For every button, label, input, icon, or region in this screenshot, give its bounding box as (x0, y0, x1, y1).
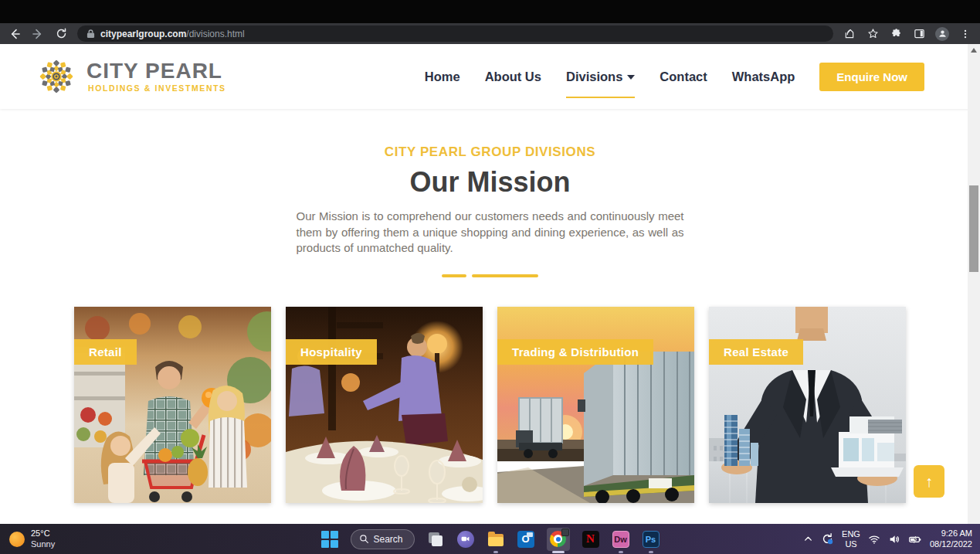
tray-date: 08/12/2022 (930, 539, 972, 550)
division-card-real-estate[interactable]: Real Estate (709, 307, 906, 503)
system-tray: ENG US 9:26 AM 08/12/2022 (803, 529, 980, 550)
bookmark-star-icon[interactable] (866, 27, 880, 41)
chrome-profile-badge (561, 529, 569, 536)
division-badge[interactable]: Trading & Distribution (497, 339, 653, 365)
language-code: ENG (842, 529, 860, 539)
enquire-now-button[interactable]: Enquire Now (819, 63, 924, 91)
page-scrollbar[interactable] (968, 44, 980, 524)
division-badge[interactable]: Retail (74, 339, 137, 365)
windows-taskbar: 25°C Sunny Search (0, 524, 980, 554)
division-card-hospitality[interactable]: Hospitality (286, 307, 483, 503)
nav-item-divisions[interactable]: Divisions (566, 62, 635, 92)
browser-menu-icon[interactable] (958, 27, 972, 41)
nav-item-whatsapp[interactable]: WhatsApp (732, 62, 795, 92)
share-icon[interactable] (843, 27, 856, 41)
lock-icon (86, 29, 95, 39)
divider-short-bar (442, 274, 466, 277)
search-label: Search (373, 534, 402, 545)
file-explorer-button[interactable] (487, 530, 505, 549)
weather-text: 25°C Sunny (31, 529, 55, 549)
sun-icon (9, 532, 25, 547)
division-card-retail[interactable]: Retail (74, 307, 271, 503)
logo-name: CITY PEARL (86, 60, 226, 82)
url-path: /divisions.html (186, 29, 244, 39)
mission-paragraph: Our Mission is to comprehend our custome… (297, 209, 684, 257)
scrollbar-up-arrow-icon[interactable] (971, 48, 977, 53)
division-card-trading[interactable]: Trading & Distribution (497, 307, 694, 503)
nav-item-contact[interactable]: Contact (660, 62, 707, 92)
logo-text: CITY PEARL HOLDINGS & INVESTMENTS (86, 60, 226, 93)
page-title: Our Mission (0, 166, 980, 199)
screen: citypearlgroup.com/divisions.html (0, 0, 980, 554)
dreamweaver-button[interactable]: Dw (612, 530, 630, 549)
profile-avatar[interactable] (935, 27, 949, 41)
back-icon[interactable] (8, 27, 22, 41)
nav-item-about-us[interactable]: About Us (485, 62, 541, 92)
volume-icon[interactable] (888, 533, 900, 546)
netflix-button[interactable]: N (582, 530, 600, 549)
section-divider (0, 274, 980, 277)
retail-photo (74, 307, 271, 503)
browser-toolbar: citypearlgroup.com/divisions.html (0, 23, 980, 44)
region-code: US (842, 539, 860, 549)
logo-tagline: HOLDINGS & INVESTMENTS (86, 83, 226, 93)
main-nav: Home About Us Divisions Contact WhatsApp… (425, 62, 948, 92)
hidden-icons-chevron[interactable] (803, 534, 813, 544)
photoshop-icon: Ps (643, 531, 660, 548)
reload-icon[interactable] (54, 27, 68, 41)
tray-time: 9:26 AM (930, 529, 972, 539)
folder-icon (487, 531, 504, 548)
start-button[interactable] (320, 530, 338, 549)
chrome-button[interactable] (547, 528, 570, 551)
search-icon (358, 534, 368, 544)
nav-label: Divisions (566, 70, 622, 83)
wifi-icon[interactable] (868, 533, 880, 546)
site-logo[interactable]: CITY PEARL HOLDINGS & INVESTMENTS (32, 53, 226, 100)
mission-section: CITY PEARL GROUP DIVISIONS Our Mission O… (0, 109, 980, 277)
address-bar[interactable]: citypearlgroup.com/divisions.html (77, 25, 833, 42)
url-domain: citypearlgroup.com (100, 29, 186, 39)
battery-icon[interactable] (908, 533, 922, 546)
chevron-down-icon (627, 75, 635, 80)
forward-icon[interactable] (31, 27, 45, 41)
scrollbar-thumb[interactable] (969, 185, 978, 272)
section-kicker: CITY PEARL GROUP DIVISIONS (0, 144, 980, 160)
url-text: citypearlgroup.com/divisions.html (100, 29, 245, 39)
nav-item-home[interactable]: Home (425, 62, 460, 92)
teams-chat-button[interactable] (456, 530, 475, 549)
windows-logo-icon (320, 531, 337, 548)
outlook-icon: O (517, 531, 534, 548)
trading-photo (497, 307, 694, 503)
city-pearl-flower-icon (32, 53, 80, 100)
side-panel-icon[interactable] (912, 27, 926, 41)
video-chat-icon (457, 531, 474, 548)
nav-label: Contact (660, 70, 707, 83)
extensions-icon[interactable] (889, 27, 903, 41)
language-switcher[interactable]: ENG US (842, 529, 860, 549)
weather-condition: Sunny (31, 539, 55, 549)
nav-label: Home (425, 70, 460, 83)
clock-widget[interactable]: 9:26 AM 08/12/2022 (930, 529, 972, 550)
real-estate-photo (709, 307, 906, 503)
nav-label: About Us (485, 70, 541, 83)
division-badge[interactable]: Hospitality (286, 339, 377, 365)
chrome-icon (550, 531, 566, 547)
taskbar-weather-widget[interactable]: 25°C Sunny (0, 529, 55, 549)
photoshop-button[interactable]: Ps (642, 530, 660, 549)
weather-temp: 25°C (31, 529, 55, 539)
site-header: CITY PEARL HOLDINGS & INVESTMENTS Home A… (0, 44, 980, 109)
browser-tab-strip (0, 0, 980, 23)
division-cards: Retail (0, 307, 980, 503)
task-view-button[interactable] (426, 530, 445, 549)
onedrive-sync-icon[interactable] (821, 532, 834, 546)
taskbar-search[interactable]: Search (350, 529, 414, 549)
nav-label: WhatsApp (732, 70, 795, 83)
scroll-to-top-button[interactable]: ↑ (914, 465, 944, 498)
task-view-icon (427, 531, 444, 548)
outlook-button[interactable]: O (517, 530, 535, 549)
webpage: CITY PEARL HOLDINGS & INVESTMENTS Home A… (0, 44, 980, 524)
arrow-up-icon: ↑ (925, 473, 933, 490)
hospitality-photo (286, 307, 483, 503)
division-badge[interactable]: Real Estate (709, 339, 803, 365)
dreamweaver-icon: Dw (612, 531, 629, 548)
